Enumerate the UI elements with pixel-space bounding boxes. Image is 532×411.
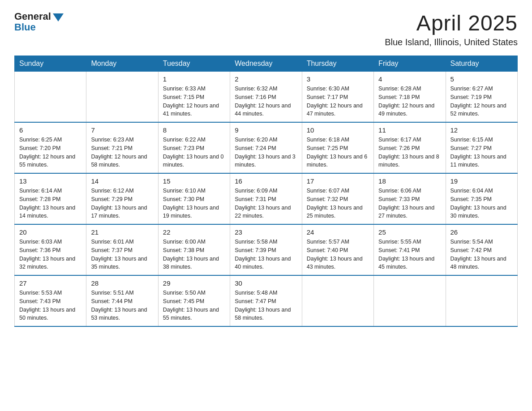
day-cell: 11Sunrise: 6:17 AMSunset: 7:26 PMDayligh… xyxy=(374,122,446,173)
day-cell: 7Sunrise: 6:23 AMSunset: 7:21 PMDaylight… xyxy=(86,122,158,173)
day-info: Sunrise: 6:03 AMSunset: 7:36 PMDaylight:… xyxy=(19,238,82,271)
header-cell-saturday: Saturday xyxy=(446,56,517,72)
day-info: Sunrise: 6:00 AMSunset: 7:38 PMDaylight:… xyxy=(163,238,225,271)
week-row-1: 1Sunrise: 6:33 AMSunset: 7:15 PMDaylight… xyxy=(15,72,518,123)
day-cell: 14Sunrise: 6:12 AMSunset: 7:29 PMDayligh… xyxy=(86,173,158,224)
day-cell: 25Sunrise: 5:55 AMSunset: 7:41 PMDayligh… xyxy=(374,224,446,275)
day-cell xyxy=(374,275,446,326)
day-cell: 20Sunrise: 6:03 AMSunset: 7:36 PMDayligh… xyxy=(15,224,86,275)
day-number: 5 xyxy=(450,75,513,83)
logo-general-text: General xyxy=(14,11,51,22)
day-info: Sunrise: 6:30 AMSunset: 7:17 PMDaylight:… xyxy=(307,85,369,118)
day-info: Sunrise: 6:25 AMSunset: 7:20 PMDaylight:… xyxy=(19,136,82,169)
day-cell: 21Sunrise: 6:01 AMSunset: 7:37 PMDayligh… xyxy=(86,224,158,275)
day-cell: 30Sunrise: 5:48 AMSunset: 7:47 PMDayligh… xyxy=(230,275,302,326)
header-cell-wednesday: Wednesday xyxy=(230,56,302,72)
header-cell-friday: Friday xyxy=(374,56,446,72)
day-info: Sunrise: 6:12 AMSunset: 7:29 PMDaylight:… xyxy=(91,187,153,220)
day-cell xyxy=(446,275,517,326)
day-info: Sunrise: 6:09 AMSunset: 7:31 PMDaylight:… xyxy=(235,187,297,220)
day-info: Sunrise: 5:57 AMSunset: 7:40 PMDaylight:… xyxy=(307,238,369,271)
day-number: 30 xyxy=(235,279,297,287)
day-cell: 26Sunrise: 5:54 AMSunset: 7:42 PMDayligh… xyxy=(446,224,517,275)
day-number: 4 xyxy=(378,75,441,83)
day-cell: 4Sunrise: 6:28 AMSunset: 7:18 PMDaylight… xyxy=(374,72,446,123)
day-cell: 19Sunrise: 6:04 AMSunset: 7:35 PMDayligh… xyxy=(446,173,517,224)
day-info: Sunrise: 6:20 AMSunset: 7:24 PMDaylight:… xyxy=(235,136,297,169)
day-info: Sunrise: 5:51 AMSunset: 7:44 PMDaylight:… xyxy=(91,289,153,322)
day-cell: 16Sunrise: 6:09 AMSunset: 7:31 PMDayligh… xyxy=(230,173,302,224)
day-info: Sunrise: 6:18 AMSunset: 7:25 PMDaylight:… xyxy=(307,136,369,169)
day-cell: 10Sunrise: 6:18 AMSunset: 7:25 PMDayligh… xyxy=(302,122,373,173)
day-number: 18 xyxy=(378,177,441,185)
day-info: Sunrise: 5:53 AMSunset: 7:43 PMDaylight:… xyxy=(19,289,82,322)
day-number: 29 xyxy=(163,279,225,287)
day-cell: 12Sunrise: 6:15 AMSunset: 7:27 PMDayligh… xyxy=(446,122,517,173)
day-cell: 22Sunrise: 6:00 AMSunset: 7:38 PMDayligh… xyxy=(158,224,230,275)
day-number: 16 xyxy=(235,177,297,185)
calendar-table: SundayMondayTuesdayWednesdayThursdayFrid… xyxy=(14,56,518,327)
day-info: Sunrise: 6:23 AMSunset: 7:21 PMDaylight:… xyxy=(91,136,153,169)
day-cell: 2Sunrise: 6:32 AMSunset: 7:16 PMDaylight… xyxy=(230,72,302,123)
day-cell: 8Sunrise: 6:22 AMSunset: 7:23 PMDaylight… xyxy=(158,122,230,173)
day-number: 1 xyxy=(163,75,225,83)
day-number: 10 xyxy=(307,126,369,134)
day-number: 23 xyxy=(235,228,297,236)
day-cell: 13Sunrise: 6:14 AMSunset: 7:28 PMDayligh… xyxy=(15,173,86,224)
day-number: 3 xyxy=(307,75,369,83)
day-number: 25 xyxy=(378,228,441,236)
day-info: Sunrise: 6:15 AMSunset: 7:27 PMDaylight:… xyxy=(450,136,513,169)
day-cell: 23Sunrise: 5:58 AMSunset: 7:39 PMDayligh… xyxy=(230,224,302,275)
day-info: Sunrise: 5:54 AMSunset: 7:42 PMDaylight:… xyxy=(450,238,513,271)
day-cell: 29Sunrise: 5:50 AMSunset: 7:45 PMDayligh… xyxy=(158,275,230,326)
logo-blue-text: Blue xyxy=(14,21,36,33)
day-info: Sunrise: 5:50 AMSunset: 7:45 PMDaylight:… xyxy=(163,289,225,322)
day-cell xyxy=(15,72,86,123)
day-cell: 1Sunrise: 6:33 AMSunset: 7:15 PMDaylight… xyxy=(158,72,230,123)
day-number: 12 xyxy=(450,126,513,134)
day-cell: 17Sunrise: 6:07 AMSunset: 7:32 PMDayligh… xyxy=(302,173,373,224)
page-header: General Blue April 2025 Blue Island, Ill… xyxy=(14,11,518,47)
day-number: 8 xyxy=(163,126,225,134)
day-number: 6 xyxy=(19,126,82,134)
day-number: 20 xyxy=(19,228,82,236)
day-number: 13 xyxy=(19,177,82,185)
header-cell-monday: Monday xyxy=(86,56,158,72)
day-cell: 15Sunrise: 6:10 AMSunset: 7:30 PMDayligh… xyxy=(158,173,230,224)
day-number: 17 xyxy=(307,177,369,185)
day-cell: 27Sunrise: 5:53 AMSunset: 7:43 PMDayligh… xyxy=(15,275,86,326)
day-info: Sunrise: 6:01 AMSunset: 7:37 PMDaylight:… xyxy=(91,238,153,271)
day-number: 22 xyxy=(163,228,225,236)
page-subtitle: Blue Island, Illinois, United States xyxy=(385,37,518,47)
day-cell: 5Sunrise: 6:27 AMSunset: 7:19 PMDaylight… xyxy=(446,72,517,123)
calendar-body: 1Sunrise: 6:33 AMSunset: 7:15 PMDaylight… xyxy=(15,72,518,327)
day-cell: 6Sunrise: 6:25 AMSunset: 7:20 PMDaylight… xyxy=(15,122,86,173)
header-cell-tuesday: Tuesday xyxy=(158,56,230,72)
day-info: Sunrise: 6:32 AMSunset: 7:16 PMDaylight:… xyxy=(235,85,297,118)
day-info: Sunrise: 6:28 AMSunset: 7:18 PMDaylight:… xyxy=(378,85,441,118)
week-row-5: 27Sunrise: 5:53 AMSunset: 7:43 PMDayligh… xyxy=(15,275,518,326)
day-info: Sunrise: 6:33 AMSunset: 7:15 PMDaylight:… xyxy=(163,85,225,118)
day-number: 27 xyxy=(19,279,82,287)
header-cell-sunday: Sunday xyxy=(15,56,86,72)
day-cell xyxy=(302,275,373,326)
day-number: 9 xyxy=(235,126,297,134)
day-cell: 28Sunrise: 5:51 AMSunset: 7:44 PMDayligh… xyxy=(86,275,158,326)
day-cell: 9Sunrise: 6:20 AMSunset: 7:24 PMDaylight… xyxy=(230,122,302,173)
day-number: 7 xyxy=(91,126,153,134)
week-row-4: 20Sunrise: 6:03 AMSunset: 7:36 PMDayligh… xyxy=(15,224,518,275)
day-info: Sunrise: 6:22 AMSunset: 7:23 PMDaylight:… xyxy=(163,136,225,169)
day-number: 24 xyxy=(307,228,369,236)
day-number: 26 xyxy=(450,228,513,236)
day-cell: 18Sunrise: 6:06 AMSunset: 7:33 PMDayligh… xyxy=(374,173,446,224)
day-info: Sunrise: 5:58 AMSunset: 7:39 PMDaylight:… xyxy=(235,238,297,271)
day-info: Sunrise: 5:48 AMSunset: 7:47 PMDaylight:… xyxy=(235,289,297,322)
header-cell-thursday: Thursday xyxy=(302,56,373,72)
day-info: Sunrise: 6:17 AMSunset: 7:26 PMDaylight:… xyxy=(378,136,441,169)
day-number: 14 xyxy=(91,177,153,185)
day-number: 11 xyxy=(378,126,441,134)
week-row-3: 13Sunrise: 6:14 AMSunset: 7:28 PMDayligh… xyxy=(15,173,518,224)
day-info: Sunrise: 6:27 AMSunset: 7:19 PMDaylight:… xyxy=(450,85,513,118)
header-row: SundayMondayTuesdayWednesdayThursdayFrid… xyxy=(15,56,518,72)
day-info: Sunrise: 5:55 AMSunset: 7:41 PMDaylight:… xyxy=(378,238,441,271)
